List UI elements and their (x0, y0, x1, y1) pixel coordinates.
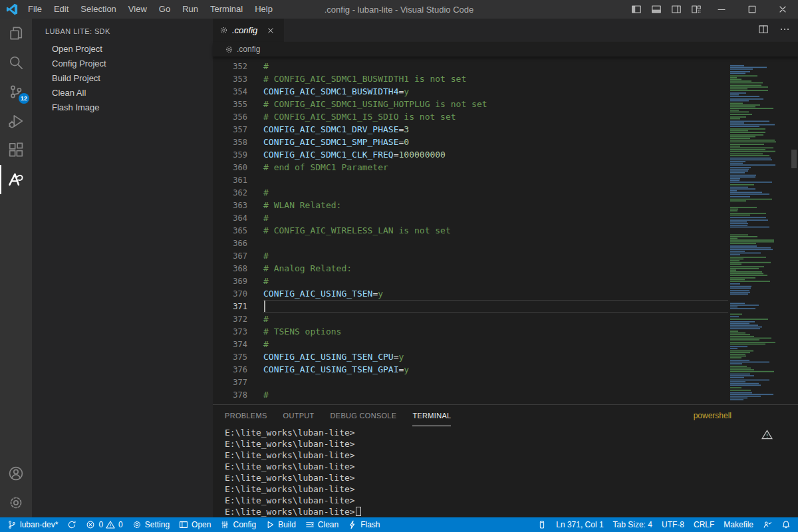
code-line-354[interactable]: 354CONFIG_AIC_SDMC1_BUSWIDTH4=y (213, 85, 798, 98)
sidebar-item-open-project[interactable]: Open Project (32, 42, 213, 57)
line-number[interactable]: 377 (213, 376, 247, 389)
breadcrumb-item[interactable]: .config (237, 45, 260, 54)
activity-explorer[interactable] (0, 19, 32, 48)
line-number[interactable]: 366 (213, 237, 247, 250)
menu-run[interactable]: Run (176, 0, 204, 19)
setting-button[interactable]: Setting (128, 517, 174, 532)
language-mode[interactable]: Makefile (719, 517, 758, 532)
panel-tab-terminal[interactable]: TERMINAL (412, 405, 451, 426)
code-line-358[interactable]: 358CONFIG_AIC_SDMC1_SMP_PHASE=0 (213, 136, 798, 148)
menu-go[interactable]: Go (153, 0, 176, 19)
code-line-363[interactable]: 363# WLAN Related: (213, 199, 798, 211)
sidebar-item-clean-all[interactable]: Clean All (32, 86, 213, 100)
code-line-357[interactable]: 357CONFIG_AIC_SDMC1_DRV_PHASE=3 (213, 123, 798, 136)
menu-edit[interactable]: Edit (48, 0, 74, 19)
customize-layout-button[interactable] (686, 0, 706, 19)
line-number[interactable]: 359 (213, 149, 247, 162)
line-number[interactable]: 353 (213, 73, 247, 86)
eol-status[interactable]: CRLF (689, 517, 719, 532)
split-editor-button[interactable] (758, 24, 769, 37)
config-button[interactable]: Config (215, 517, 261, 532)
panel-tab-problems[interactable]: PROBLEMS (225, 405, 267, 426)
line-number[interactable]: 362 (213, 187, 247, 200)
editor-scrollbar[interactable] (790, 57, 798, 404)
line-number[interactable]: 365 (213, 225, 247, 237)
line-number[interactable]: 357 (213, 124, 247, 136)
menu-file[interactable]: File (22, 0, 48, 19)
line-number[interactable]: 371 (213, 301, 247, 313)
line-number[interactable]: 368 (213, 263, 247, 275)
code-line-366[interactable]: 366 (213, 237, 798, 249)
line-number[interactable]: 364 (213, 212, 247, 225)
feedback-button[interactable] (758, 517, 777, 532)
line-number[interactable]: 360 (213, 162, 247, 174)
panel-tab-output[interactable]: OUTPUT (283, 405, 315, 426)
activity-source-control[interactable]: 12 (0, 77, 32, 106)
maximize-window-button[interactable] (737, 0, 767, 19)
line-number[interactable]: 352 (213, 61, 247, 73)
code-line-364[interactable]: 364# (213, 211, 798, 224)
toggle-panel-button[interactable] (646, 0, 666, 19)
menu-selection[interactable]: Selection (74, 0, 122, 19)
scrollbar-thumb[interactable] (791, 150, 797, 168)
code-line-370[interactable]: 370CONFIG_AIC_USING_TSEN=y (213, 287, 798, 300)
close-window-button[interactable] (767, 0, 798, 19)
line-number[interactable]: 378 (213, 389, 247, 402)
code-line-378[interactable]: 378# (213, 388, 798, 401)
line-number[interactable]: 375 (213, 351, 247, 364)
toggle-primary-sidebar-button[interactable] (626, 0, 646, 19)
activity-accounts[interactable] (0, 459, 32, 488)
tab-config[interactable]: .config (213, 19, 284, 42)
line-number[interactable]: 355 (213, 98, 247, 111)
indentation-status[interactable]: Tab Size: 4 (608, 517, 657, 532)
code-line-359[interactable]: 359CONFIG_AIC_SDMC1_CLK_FREQ=100000000 (213, 148, 798, 161)
menu-help[interactable]: Help (249, 0, 279, 19)
code-line-362[interactable]: 362# (213, 186, 798, 199)
code-line-373[interactable]: 373# TSENS options (213, 325, 798, 338)
line-number[interactable]: 361 (213, 174, 247, 187)
code-line-365[interactable]: 365# CONFIG_AIC_WIRELESS_LAN is not set (213, 224, 798, 237)
sidebar-item-flash-image[interactable]: Flash Image (32, 100, 213, 115)
code-line-360[interactable]: 360# end of SDMC1 Parameter (213, 161, 798, 174)
line-number[interactable]: 356 (213, 111, 247, 124)
sidebar-item-config-project[interactable]: Config Project (32, 57, 213, 71)
minimize-window-button[interactable] (706, 0, 737, 19)
code-line-361[interactable]: 361 (213, 174, 798, 186)
code-line-372[interactable]: 372# (213, 313, 798, 325)
line-number[interactable]: 369 (213, 275, 247, 288)
code-line-376[interactable]: 376CONFIG_AIC_USING_TSEN_GPAI=y (213, 363, 798, 376)
clean-button[interactable]: Clean (301, 517, 343, 532)
flash-button[interactable]: Flash (343, 517, 384, 532)
menu-terminal[interactable]: Terminal (204, 0, 249, 19)
line-number[interactable]: 370 (213, 288, 247, 301)
build-button[interactable]: Build (261, 517, 301, 532)
minimap[interactable] (728, 57, 790, 404)
line-number[interactable]: 373 (213, 326, 247, 338)
panel-tab-debug-console[interactable]: DEBUG CONSOLE (331, 405, 397, 426)
line-number[interactable]: 372 (213, 313, 247, 326)
code-line-352[interactable]: 352# (213, 60, 798, 72)
errors-status[interactable]: 0 (81, 517, 104, 532)
line-number[interactable]: 354 (213, 86, 247, 98)
sidebar-item-build-project[interactable]: Build Project (32, 71, 213, 86)
code-line-369[interactable]: 369# (213, 275, 798, 287)
encoding-status[interactable]: UTF-8 (657, 517, 689, 532)
line-number[interactable]: 358 (213, 136, 247, 149)
terminal-shell-selector[interactable]: powershell (691, 411, 732, 420)
warnings-status[interactable]: 0 (104, 517, 128, 532)
menu-view[interactable]: View (122, 0, 153, 19)
line-number[interactable]: 374 (213, 338, 247, 351)
editor[interactable]: 352#353# CONFIG_AIC_SDMC1_BUSWIDTH1 is n… (213, 57, 798, 404)
open-button[interactable]: Open (174, 517, 215, 532)
activity-extensions[interactable] (0, 136, 32, 165)
breadcrumb[interactable]: .config (213, 42, 798, 57)
editor-more-actions[interactable] (779, 24, 790, 37)
code-line-371[interactable]: 371 (213, 300, 798, 313)
code-line-367[interactable]: 367# (213, 249, 798, 262)
code-line-356[interactable]: 356# CONFIG_AIC_SDMC1_IS_SDIO is not set (213, 110, 798, 123)
branch-status[interactable]: luban-dev* (3, 517, 63, 532)
line-number[interactable]: 363 (213, 200, 247, 212)
code-line-377[interactable]: 377 (213, 376, 798, 388)
code-line-374[interactable]: 374# (213, 338, 798, 350)
code-line-368[interactable]: 368# Analog Related: (213, 262, 798, 275)
